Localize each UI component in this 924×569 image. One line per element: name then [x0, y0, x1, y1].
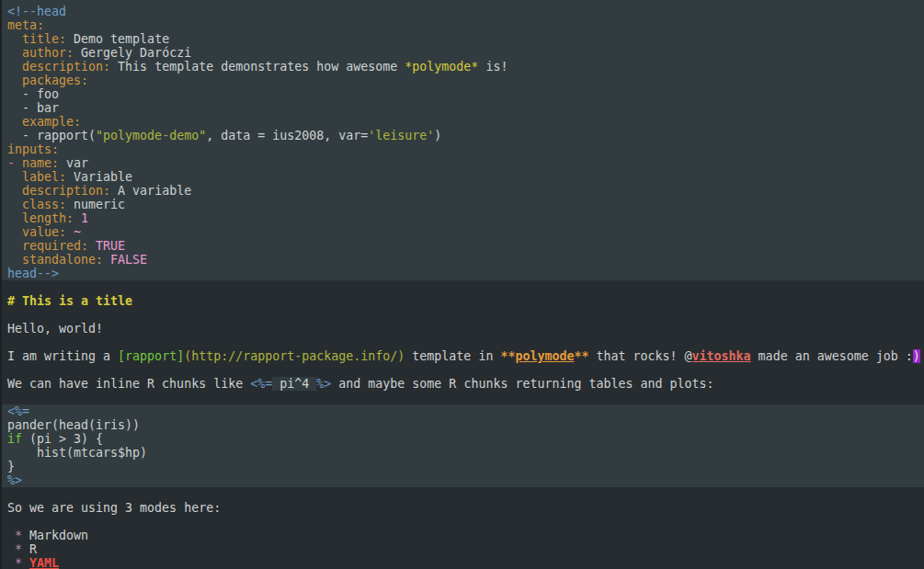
markdown-section-2: So we are using 3 modes here: * Markdown… — [0, 487, 924, 569]
token-bullet: * — [15, 556, 22, 569]
code-line — [7, 363, 924, 377]
token-df — [7, 542, 15, 556]
code-line: <%= — [7, 404, 924, 418]
text-cursor: ) — [913, 349, 920, 363]
token-blue: head--> — [7, 267, 59, 280]
token-blue: %> — [7, 473, 22, 487]
code-line — [7, 515, 924, 529]
token-df: ) — [434, 129, 441, 142]
token-df: - bar — [7, 101, 59, 115]
code-line: - name: var — [7, 156, 924, 170]
code-line: - rapport("polymode-demo", data = ius200… — [7, 129, 924, 142]
token-pink: FALSE — [110, 253, 147, 267]
token-key: meta: — [7, 18, 44, 32]
code-line: %> — [7, 473, 924, 487]
token-green: [rapport] — [118, 349, 184, 363]
code-line: example: — [7, 115, 924, 129]
code-line: value: ~ — [7, 225, 924, 239]
token-key: name: — [22, 156, 59, 170]
code-line: pander(head(iris)) — [7, 418, 924, 432]
token-str: (http://rapport-package.info/) — [184, 349, 405, 363]
token-df: , data = ius2008, var= — [206, 129, 368, 142]
token-key: class: — [22, 198, 66, 211]
token-df — [7, 74, 22, 87]
code-line — [7, 487, 924, 501]
token-df — [7, 211, 22, 225]
text-editor-buffer[interactable]: <!--headmeta: title: Demo template autho… — [0, 0, 924, 569]
code-line: meta: — [7, 18, 924, 32]
token-df: Hello, world! — [7, 322, 103, 336]
code-line: author: Gergely Daróczi — [7, 46, 924, 60]
token-df: hist(mtcars$hp) — [7, 446, 147, 460]
token-df — [7, 239, 22, 253]
code-line — [7, 308, 924, 322]
token-key: title: — [22, 32, 66, 46]
code-line: standalone: FALSE — [7, 253, 924, 267]
token-df: So we are using 3 modes here: — [7, 501, 221, 515]
token-title: # This is a title — [7, 294, 132, 308]
token-df: Demo template — [66, 32, 169, 46]
code-line — [7, 336, 924, 349]
token-inline-chunk: pi^4 — [272, 377, 316, 391]
code-line: We can have inline R chunks like <%= pi^… — [7, 377, 924, 391]
code-line: packages: — [7, 74, 924, 87]
code-line: # This is a title — [7, 294, 924, 308]
token-df: We can have inline R chunks like — [7, 377, 250, 391]
token-df: template in — [405, 349, 500, 363]
token-df — [103, 253, 110, 267]
token-obold: ** — [574, 349, 588, 363]
token-str: 'leisure' — [368, 129, 434, 142]
token-df — [7, 198, 22, 211]
code-line: hist(mtcars$hp) — [7, 446, 924, 460]
token-df — [7, 60, 22, 74]
token-df — [7, 32, 22, 46]
token-key: author: — [22, 46, 74, 60]
code-line: - foo — [7, 87, 924, 101]
code-line: inputs: — [7, 142, 924, 156]
token-df: I am writing a — [7, 349, 118, 363]
code-line: if (pi > 3) { — [7, 432, 924, 446]
token-df: (pi > 3) { — [22, 432, 103, 446]
token-red-link: vitoshka — [692, 349, 751, 363]
code-line: * YAML — [7, 556, 924, 569]
token-df: Gergely Daróczi — [74, 46, 191, 60]
token-df — [7, 184, 22, 198]
code-line: length: 1 — [7, 211, 924, 225]
code-line: So we are using 3 modes here: — [7, 501, 924, 515]
token-key: value: — [22, 225, 66, 239]
token-df: numeric — [66, 198, 125, 211]
token-df — [7, 115, 22, 129]
token-key: standalone: — [22, 253, 103, 267]
token-key: label: — [22, 170, 66, 184]
code-line: title: Demo template — [7, 32, 924, 46]
token-df: is! — [478, 60, 508, 74]
token-yellow: *polymode* — [405, 60, 478, 74]
token-key: inputs: — [7, 142, 59, 156]
code-line: label: Variable — [7, 170, 924, 184]
token-df: } — [7, 460, 15, 473]
token-blue: <%= — [250, 377, 272, 391]
code-line: class: numeric — [7, 198, 924, 211]
token-pink: 1 — [81, 211, 88, 225]
r-chunk-section: <%=pander(head(iris))if (pi > 3) { hist(… — [0, 404, 924, 487]
token-bullet: * — [15, 529, 22, 542]
token-bullet: * — [15, 542, 22, 556]
token-blue: <%= — [7, 404, 29, 418]
token-obold-u: polymode — [515, 349, 574, 363]
code-line: * R — [7, 542, 924, 556]
token-key: description: — [22, 60, 110, 74]
token-df — [7, 253, 22, 267]
token-key: length: — [22, 211, 74, 225]
code-line — [7, 391, 924, 404]
token-key: packages: — [22, 74, 88, 87]
token-key: required: — [22, 239, 88, 253]
token-blue: %> — [316, 377, 331, 391]
token-green: if — [7, 432, 22, 446]
code-line: head--> — [7, 267, 924, 280]
token-obold: ** — [500, 349, 515, 363]
token-df: made an awesome job : — [751, 349, 913, 363]
code-line: required: TRUE — [7, 239, 924, 253]
code-line: - bar — [7, 101, 924, 115]
code-line: } — [7, 460, 924, 473]
token-df — [74, 211, 81, 225]
